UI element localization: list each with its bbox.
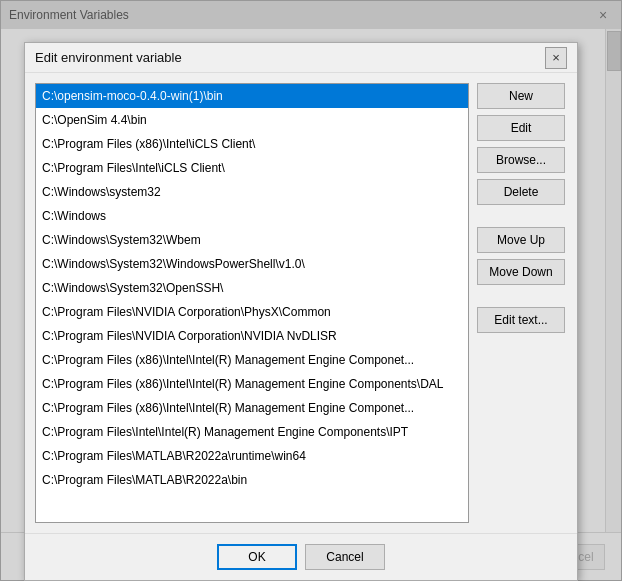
list-item[interactable]: C:\Windows\System32\OpenSSH\ <box>36 276 468 300</box>
edit-button[interactable]: Edit <box>477 115 565 141</box>
list-item[interactable]: C:\Windows\System32\Wbem <box>36 228 468 252</box>
list-item[interactable]: C:\Windows\System32\WindowsPowerShell\v1… <box>36 252 468 276</box>
list-item[interactable]: C:\Program Files (x86)\Intel\iCLS Client… <box>36 132 468 156</box>
list-item[interactable]: C:\Program Files (x86)\Intel\Intel(R) Ma… <box>36 396 468 420</box>
spacer <box>477 211 567 221</box>
delete-button[interactable]: Delete <box>477 179 565 205</box>
list-item[interactable]: C:\Program Files\Intel\iCLS Client\ <box>36 156 468 180</box>
edit-env-dialog: Edit environment variable × C:\opensim-m… <box>24 42 578 581</box>
cancel-button[interactable]: Cancel <box>305 544 385 570</box>
dialog-close-button[interactable]: × <box>545 47 567 69</box>
close-icon: × <box>552 50 560 65</box>
list-item[interactable]: C:\Program Files\Intel\Intel(R) Manageme… <box>36 420 468 444</box>
move-down-button[interactable]: Move Down <box>477 259 565 285</box>
dialog-bottom-bar: OK Cancel <box>25 533 577 580</box>
env-variable-list[interactable]: C:\opensim-moco-0.4.0-win(1)\binC:\OpenS… <box>35 83 469 523</box>
list-item[interactable]: C:\opensim-moco-0.4.0-win(1)\bin <box>36 84 468 108</box>
list-item[interactable]: C:\Program Files\NVIDIA Corporation\Phys… <box>36 300 468 324</box>
spacer2 <box>477 291 567 301</box>
list-item[interactable]: C:\Windows\system32 <box>36 180 468 204</box>
dialog-body: C:\opensim-moco-0.4.0-win(1)\binC:\OpenS… <box>25 73 577 533</box>
edit-text-button[interactable]: Edit text... <box>477 307 565 333</box>
ok-button[interactable]: OK <box>217 544 297 570</box>
list-item[interactable]: C:\Program Files\NVIDIA Corporation\NVID… <box>36 324 468 348</box>
move-up-button[interactable]: Move Up <box>477 227 565 253</box>
buttons-panel: New Edit Browse... Delete Move Up Move D… <box>477 83 567 523</box>
list-item[interactable]: C:\Program Files\MATLAB\R2022a\bin <box>36 468 468 492</box>
list-item[interactable]: C:\Program Files (x86)\Intel\Intel(R) Ma… <box>36 372 468 396</box>
list-item[interactable]: C:\Program Files\MATLAB\R2022a\runtime\w… <box>36 444 468 468</box>
dialog-title: Edit environment variable <box>35 50 182 65</box>
new-button[interactable]: New <box>477 83 565 109</box>
dialog-titlebar: Edit environment variable × <box>25 43 577 73</box>
list-item[interactable]: C:\Windows <box>36 204 468 228</box>
list-item[interactable]: C:\Program Files (x86)\Intel\Intel(R) Ma… <box>36 348 468 372</box>
list-item[interactable]: C:\OpenSim 4.4\bin <box>36 108 468 132</box>
browse-button[interactable]: Browse... <box>477 147 565 173</box>
